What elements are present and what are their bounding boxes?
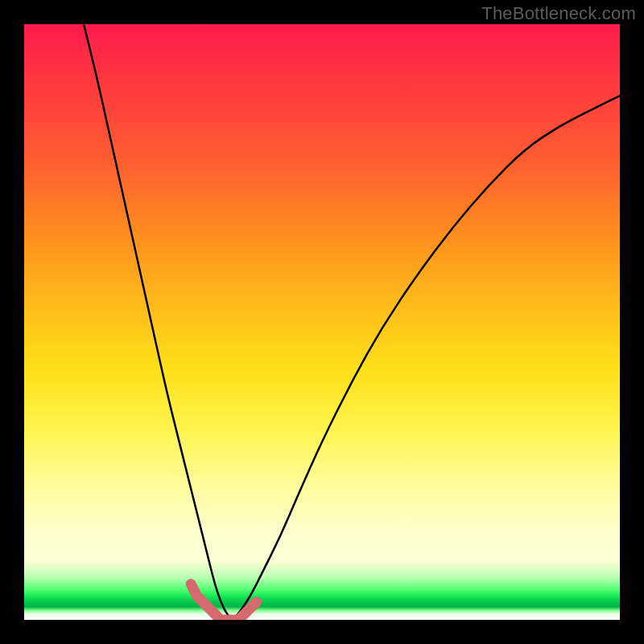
left-curve	[84, 24, 233, 620]
watermark-text: TheBottleneck.com	[481, 3, 636, 24]
plot-area	[24, 24, 620, 620]
right-curve	[233, 96, 620, 620]
curve-overlay	[24, 24, 620, 620]
chart-frame: TheBottleneck.com	[0, 0, 644, 644]
